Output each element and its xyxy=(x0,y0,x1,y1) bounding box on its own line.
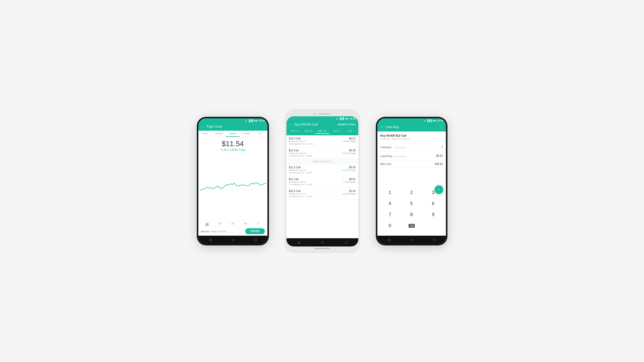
home-bar xyxy=(315,248,330,249)
status-bar-2: ▲ ▐▐▐ ▰▰ 12:30 xyxy=(286,116,358,120)
option-1050-change: +12.45% Today xyxy=(341,193,355,195)
menu-button[interactable]: ⋮ xyxy=(439,125,443,129)
key-backspace[interactable]: ⌫ xyxy=(401,220,422,231)
phone-bottom-bar xyxy=(315,246,330,251)
max-cost-label: Max Cost xyxy=(380,163,391,165)
key-0[interactable]: 0 xyxy=(379,220,401,231)
phone-1: ▲ ▐▐▐ ▰▰ 12:30 ← Tiger Corp GRR MEOW ROA… xyxy=(197,117,269,245)
option-1150[interactable]: $11.5 Call Breakeven: $12.04 To Breakeve… xyxy=(286,164,358,176)
back-button-3[interactable]: ← xyxy=(380,125,384,129)
wifi-icon-2: ▲ xyxy=(336,117,338,120)
tab-grr[interactable]: GRR xyxy=(198,131,212,137)
date-dec29[interactable]: DEC 29 xyxy=(315,129,329,134)
tab-ca[interactable]: CA xyxy=(253,131,267,137)
option-1200-tobreak: To Breakeven %: +6.98% xyxy=(289,155,312,157)
option-1050[interactable]: $10.5 Call Breakeven: $11.54 To Breakeve… xyxy=(286,188,358,200)
time-tabs: 1D 1M 3M 6M 1Y xyxy=(198,221,267,226)
title-2: Buy ROAR Call xyxy=(295,122,336,126)
header-2: ← Buy ROAR Call ORDER TYPES xyxy=(286,120,358,129)
option-1250-tobreak: To Breakeven %: +10.14% xyxy=(289,143,313,145)
option-1200-change: +11.29% Today xyxy=(341,152,355,154)
nav-back-3[interactable]: ◁ xyxy=(387,238,390,242)
key-7[interactable]: 7 xyxy=(379,209,401,220)
option-1050-name: $10.5 Call xyxy=(289,190,312,192)
date-tabs: DEC 15 DEC 22 DEC 29 JAN 5 JAN xyxy=(286,129,358,135)
nav-recent-3[interactable]: □ xyxy=(433,238,435,242)
key-4[interactable]: 4 xyxy=(379,198,401,209)
option-1250-price: $0.21 xyxy=(343,137,356,140)
backspace-icon: ⌫ xyxy=(409,224,415,228)
battery-icon-2: ▰▰ xyxy=(345,117,349,120)
option-1200[interactable]: $12 Call Breakeven: $12.34 To Breakeven … xyxy=(286,147,358,159)
option-1150-change: +11.22% Today xyxy=(341,169,355,171)
option-1200-name: $12 Call xyxy=(289,149,312,152)
option-1250[interactable]: $12.5 Call Breakeven: $12.71 To Breakeve… xyxy=(286,135,358,147)
earpiece xyxy=(318,113,331,115)
tab-roar[interactable]: ROAR xyxy=(226,131,240,137)
contracts-value: 1 xyxy=(441,145,443,148)
option-1100-name: $11 Call xyxy=(289,178,312,181)
signal-icon-3: ▐▐▐ xyxy=(427,119,431,122)
order-types-button[interactable]: ORDER TYPES xyxy=(337,123,355,126)
key-1[interactable]: 1 xyxy=(379,187,401,198)
nav-back-1[interactable]: ◁ xyxy=(209,238,211,242)
option-1050-price: $1.04 xyxy=(341,190,355,192)
key-9[interactable]: 9 xyxy=(423,209,444,220)
time-tab-3m[interactable]: 3M xyxy=(231,222,234,225)
order-section: Buy ROAR $12 Call 12/29 Exp · Share Pric… xyxy=(377,131,446,186)
confirm-button[interactable]: ✓ xyxy=(435,185,443,194)
wifi-icon: ▲ xyxy=(245,119,247,122)
date-jan[interactable]: JAN xyxy=(343,129,357,134)
stock-price-section: $11.54 +2.35 (+3.89%) Today xyxy=(198,137,267,153)
time-tab-1d[interactable]: 1D xyxy=(206,222,209,225)
date-dec15[interactable]: DEC 15 xyxy=(288,129,302,134)
back-button-1[interactable]: ← xyxy=(201,125,205,129)
nav-home-3[interactable]: ○ xyxy=(411,238,413,242)
status-bar-1: ▲ ▐▐▐ ▰▰ 12:30 xyxy=(198,118,267,122)
key-6[interactable]: 6 xyxy=(423,198,444,209)
nav-recent-2[interactable]: □ xyxy=(345,240,347,244)
ticker-tabs: GRR MEOW ROAR PURR CA xyxy=(198,131,267,137)
tab-meow[interactable]: MEOW xyxy=(212,131,226,137)
time-tab-1m[interactable]: 1M xyxy=(218,222,222,225)
time-tab-6m[interactable]: 6M xyxy=(244,222,248,225)
option-1100[interactable]: $11 Call Breakeven: $12.04 To Breakeven … xyxy=(286,176,358,188)
back-button-2[interactable]: ← xyxy=(289,122,293,127)
tab-purr[interactable]: PURR xyxy=(240,131,253,137)
title-1: Tiger Corp xyxy=(207,125,265,128)
key-5[interactable]: 5 xyxy=(401,198,422,209)
option-1050-tobreak: To Breakeven %: +1.88% xyxy=(289,195,312,198)
contracts-row: Contracts × 100 Shares 1 xyxy=(380,143,443,152)
key-8[interactable]: 8 xyxy=(401,209,422,220)
phone-2-inner: ▲ ▐▐▐ ▰▰ 12:30 ← Buy ROAR Call ORDER TYP… xyxy=(286,116,358,246)
nav-home-1[interactable]: ○ xyxy=(232,238,234,242)
numpad-grid: 1 2 3 4 5 6 7 8 9 0 ⌫ xyxy=(379,187,444,231)
phone-top-bar xyxy=(314,112,331,116)
order-subtitle: 12/29 Exp · Share Price: $11.54 xyxy=(380,138,443,140)
option-1150-name: $11.5 Call xyxy=(289,166,312,169)
limit-price-row: Limit Price $0.34–$0.36 $0.35 xyxy=(380,152,443,161)
battery-icon: ▰▰ xyxy=(254,119,258,122)
nav-recent-1[interactable]: □ xyxy=(255,238,257,242)
option-1250-change: +5.00% Today xyxy=(343,140,356,143)
option-1200-breakeven: Breakeven: $12.34 xyxy=(289,152,312,154)
key-2[interactable]: 2 xyxy=(401,187,422,198)
contracts-label: Contracts xyxy=(380,146,392,149)
nav-home-2[interactable]: ○ xyxy=(321,240,324,244)
limit-price-label: Limit Price xyxy=(380,155,393,158)
date-jan5[interactable]: JAN 5 xyxy=(329,129,343,134)
time-2: 12:30 xyxy=(350,117,355,120)
max-cost-row: Max Cost $35.00 xyxy=(380,161,443,168)
header-3: ← Limit Buy ⋮ xyxy=(377,122,446,131)
option-1100-price: $0.81 xyxy=(343,178,356,181)
option-1100-breakeven: Breakeven: $12.04 xyxy=(289,181,312,183)
nav-bar-3: ◁ ○ □ xyxy=(377,236,446,244)
phone-3: ▲ ▐▐▐ ▰▰ 12:30 ← Limit Buy ⋮ Buy ROAR $1… xyxy=(376,117,447,245)
order-title: Buy ROAR $12 Call xyxy=(380,134,443,137)
option-1250-breakeven: Breakeven: $12.71 xyxy=(289,140,313,143)
date-dec22[interactable]: DEC 22 xyxy=(302,129,315,134)
volume-section: 666,543 Today's Volume xyxy=(201,229,227,233)
trade-button[interactable]: TRADE xyxy=(245,228,265,234)
time-tab-1y[interactable]: 1Y xyxy=(257,222,260,225)
nav-back-2[interactable]: ◁ xyxy=(297,240,300,244)
